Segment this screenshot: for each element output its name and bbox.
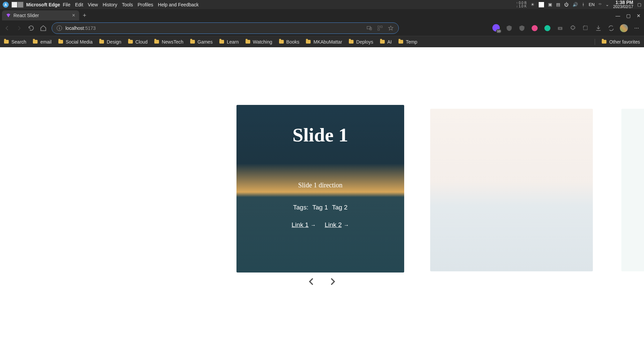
profile-avatar[interactable] [620, 24, 628, 32]
clipboard-icon[interactable]: ▤ [556, 2, 560, 7]
sync-button[interactable] [607, 24, 615, 32]
close-window-button[interactable]: ✕ [637, 13, 641, 18]
arrow-right-icon: → [311, 222, 316, 228]
other-favorites[interactable]: Other favorites [602, 39, 640, 45]
chevron-down-icon[interactable]: ⌄ [605, 2, 609, 7]
power-icon[interactable]: ⏻ [564, 2, 569, 7]
menu-help[interactable]: Help and Feedback [158, 2, 199, 7]
ublock-ext[interactable] [505, 24, 513, 32]
back-button[interactable] [3, 24, 11, 32]
arrow-right-icon: → [344, 222, 349, 228]
more-menu-button[interactable]: ⋯ [633, 24, 641, 32]
svg-rect-4 [378, 29, 379, 31]
bookmark-learn[interactable]: Learn [219, 39, 239, 45]
reload-button[interactable] [28, 24, 35, 32]
svg-rect-3 [381, 26, 382, 27]
active-app-name: Microsoft Edge [26, 2, 60, 7]
slide-direction: Slide 1 direction [298, 181, 342, 189]
menu-profiles[interactable]: Profiles [138, 2, 153, 7]
wifi-icon[interactable]: ⌔ [599, 2, 601, 7]
svg-rect-7 [583, 26, 587, 30]
bluetooth-icon[interactable]: ᚼ [582, 2, 585, 7]
vite-icon [6, 13, 11, 18]
browser-chrome: React Slider × + — ▢ ✕ i localhost:5173 [0, 9, 644, 47]
tag-item: Tag 1 [312, 204, 328, 211]
menu-edit[interactable]: Edit [75, 2, 83, 7]
page-content: Slide 1 Slide 1 direction Tags: Tag 1 Ta… [0, 47, 644, 362]
tab-bar: React Slider × + — ▢ ✕ [0, 9, 644, 20]
os-menu-bar: A Microsoft Edge File Edit View History … [0, 0, 644, 9]
close-tab-button[interactable]: × [72, 12, 75, 18]
menu-view[interactable]: View [88, 2, 98, 7]
minimize-button[interactable]: — [615, 13, 620, 18]
grammarly-ext[interactable] [543, 24, 551, 32]
maximize-button[interactable]: ▢ [626, 13, 631, 18]
clock[interactable]: 1:38 PM 2023/02/17 [613, 0, 633, 9]
tray-app-icon[interactable] [539, 2, 544, 7]
bookmarks-bar: Search email Social Media Design Cloud N… [0, 36, 644, 47]
next-button[interactable] [328, 277, 337, 286]
distro-icon: A [3, 2, 9, 8]
tag-item: Tag 2 [332, 204, 347, 211]
bookmark-cloud[interactable]: Cloud [128, 39, 148, 45]
qr-icon[interactable] [377, 25, 383, 31]
svg-rect-2 [378, 26, 379, 27]
brave-ext[interactable] [518, 24, 526, 32]
bookmark-games[interactable]: Games [190, 39, 213, 45]
slide-links: Link 1→ Link 2→ [291, 221, 349, 229]
slide-peek[interactable] [622, 109, 644, 272]
new-tab-button[interactable]: + [79, 10, 90, 20]
noscript-ext[interactable] [531, 24, 539, 32]
bookmark-deploys[interactable]: Deploys [349, 39, 373, 45]
bookmark-email[interactable]: email [33, 39, 51, 45]
prev-button[interactable] [307, 277, 316, 286]
collections-button[interactable] [582, 24, 590, 32]
slide-link-1[interactable]: Link 1 [291, 221, 309, 228]
forward-button[interactable] [15, 24, 23, 32]
bookmark-newstech[interactable]: NewsTech [154, 39, 183, 45]
downloads-button[interactable] [594, 24, 602, 32]
tags-label: Tags: [293, 204, 308, 211]
site-info-icon[interactable]: i [57, 25, 62, 31]
favorite-icon[interactable] [388, 25, 394, 31]
bookmark-design[interactable]: Design [99, 39, 121, 45]
desktop-icon[interactable]: ▢ [637, 2, 641, 7]
divider [595, 39, 595, 45]
terminal-icon[interactable]: ▣ [548, 2, 552, 7]
task-switcher[interactable] [11, 2, 23, 8]
network-rate: ↑ 0.0 B ↓ 1.0 K [516, 1, 527, 8]
bookmark-social[interactable]: Social Media [58, 39, 93, 45]
slide-title: Slide 1 [292, 124, 348, 146]
svg-point-6 [559, 28, 561, 29]
browser-tab[interactable]: React Slider × [2, 10, 79, 20]
slide-next[interactable] [430, 109, 593, 272]
slide-tags: Tags: Tag 1 Tag 2 [293, 204, 347, 211]
tab-title: React Slider [13, 13, 39, 18]
menu-history[interactable]: History [103, 2, 117, 7]
slider: Slide 1 Slide 1 direction Tags: Tag 1 Ta… [0, 105, 644, 276]
bookmark-ai[interactable]: AI [380, 39, 392, 45]
bookmark-mkabumattar[interactable]: MKAbuMattar [306, 39, 342, 45]
app-menu: File Edit View History Tools Profiles He… [63, 2, 199, 7]
bookmark-temp[interactable]: Temp [398, 39, 417, 45]
url-text: localhost:5173 [65, 25, 363, 31]
bookmark-books[interactable]: Books [279, 39, 300, 45]
slide-active[interactable]: Slide 1 Slide 1 direction Tags: Tag 1 Ta… [236, 105, 404, 273]
menu-tools[interactable]: Tools [122, 2, 133, 7]
menu-file[interactable]: File [63, 2, 70, 7]
slide-link-2[interactable]: Link 2 [325, 221, 342, 228]
extensions-row: 10 ⋯ [492, 24, 641, 32]
nav-bar: i localhost:5173 10 ⋯ [0, 20, 644, 36]
address-bar[interactable]: i localhost:5173 [52, 22, 399, 34]
bookmark-search[interactable]: Search [4, 39, 26, 45]
rewards-ext[interactable]: 10 [492, 24, 500, 32]
device-icon[interactable] [366, 25, 372, 31]
extensions-menu[interactable] [569, 24, 577, 32]
keyboard-layout[interactable]: EN [589, 2, 595, 7]
volume-icon[interactable]: 🔊 [573, 2, 578, 7]
home-button[interactable] [40, 24, 47, 32]
bookmark-watching[interactable]: Watching [246, 39, 272, 45]
camera-ext[interactable] [556, 24, 564, 32]
weather-icon[interactable]: ☀ [531, 2, 535, 7]
slider-nav [0, 277, 644, 286]
